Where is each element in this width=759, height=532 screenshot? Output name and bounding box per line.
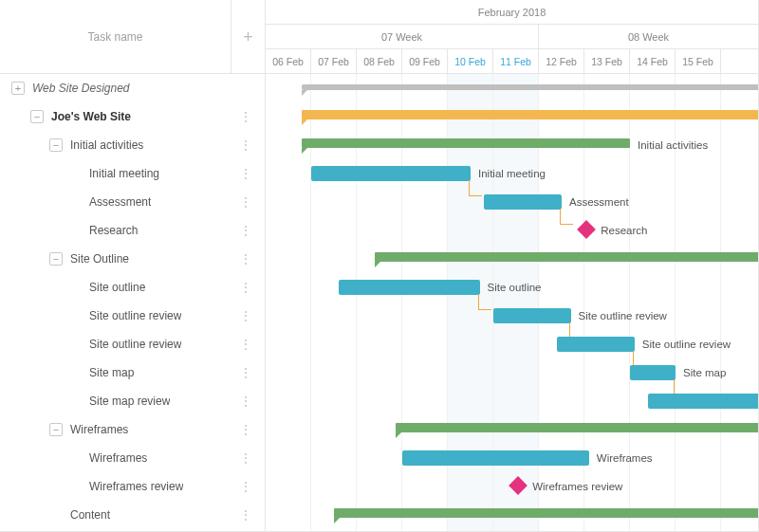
gantt-chart: Task name + +Web Site Designed−Joe's Web… bbox=[0, 0, 759, 532]
bar-row bbox=[266, 74, 758, 102]
day-cell[interactable]: 10 Feb bbox=[448, 49, 493, 74]
task-bar[interactable] bbox=[648, 394, 759, 409]
week-row: 07 Week08 Week bbox=[266, 25, 758, 49]
task-bar[interactable] bbox=[630, 365, 676, 380]
day-cell[interactable]: 13 Feb bbox=[584, 49, 630, 74]
bar-row: Site map bbox=[266, 358, 758, 387]
task-label: Site Outline bbox=[70, 252, 129, 266]
row-menu-icon[interactable]: ⋮ bbox=[231, 138, 259, 153]
summary-bar[interactable] bbox=[396, 423, 759, 432]
bar-row bbox=[266, 245, 758, 273]
task-row[interactable]: Wireframes review⋮ bbox=[0, 472, 265, 501]
task-row[interactable]: Site map review⋮ bbox=[0, 387, 265, 415]
day-cell[interactable]: 11 Feb bbox=[493, 49, 539, 74]
task-rows: +Web Site Designed−Joe's Web Site⋮−Initi… bbox=[0, 74, 265, 531]
month-label: February 2018 bbox=[266, 0, 758, 25]
bar-label: Site outline review bbox=[642, 337, 731, 352]
week-cell: 07 Week bbox=[266, 25, 539, 48]
task-row[interactable]: Wireframes⋮ bbox=[0, 444, 265, 472]
row-menu-icon[interactable]: ⋮ bbox=[231, 365, 259, 380]
bar-row: Site outline review bbox=[266, 330, 758, 358]
task-label: Joe's Web Site bbox=[51, 110, 131, 123]
milestone-marker[interactable] bbox=[509, 476, 528, 495]
bar-label: Initial meeting bbox=[478, 166, 546, 181]
collapse-icon[interactable]: − bbox=[30, 110, 44, 123]
task-label: Site outline review bbox=[89, 338, 181, 351]
task-row[interactable]: Site outline⋮ bbox=[0, 273, 265, 302]
row-menu-icon[interactable]: ⋮ bbox=[231, 166, 259, 181]
expand-icon[interactable]: + bbox=[11, 82, 25, 95]
day-cell[interactable]: 14 Feb bbox=[630, 49, 676, 74]
bar-row: Wireframes review bbox=[266, 472, 758, 501]
task-label: Wireframes review bbox=[89, 480, 183, 493]
summary-bar[interactable] bbox=[375, 252, 759, 262]
bar-label: Assessment bbox=[569, 194, 629, 210]
task-row[interactable]: −Initial activities⋮ bbox=[0, 131, 265, 159]
task-label: Site map review bbox=[89, 394, 170, 408]
bar-row: Site outline review bbox=[266, 302, 758, 330]
row-menu-icon[interactable]: ⋮ bbox=[231, 507, 259, 523]
bar-label: Wireframes bbox=[597, 450, 653, 466]
task-bar[interactable] bbox=[557, 337, 635, 352]
row-menu-icon[interactable]: ⋮ bbox=[231, 109, 259, 124]
project-summary-bar[interactable] bbox=[302, 84, 759, 90]
day-cell[interactable]: 15 Feb bbox=[676, 49, 721, 74]
task-row[interactable]: +Web Site Designed bbox=[0, 74, 265, 102]
summary-bar[interactable] bbox=[302, 110, 759, 119]
task-bar[interactable] bbox=[484, 194, 562, 210]
task-label: Wireframes bbox=[70, 423, 128, 436]
task-bar[interactable] bbox=[402, 450, 589, 466]
bar-label: Site map bbox=[683, 365, 726, 380]
task-row[interactable]: Content⋮ bbox=[0, 501, 265, 529]
collapse-icon[interactable]: − bbox=[49, 252, 63, 266]
row-menu-icon[interactable]: ⋮ bbox=[231, 479, 259, 494]
row-menu-icon[interactable]: ⋮ bbox=[231, 337, 259, 352]
task-label: Research bbox=[89, 224, 138, 237]
collapse-icon[interactable]: − bbox=[49, 423, 63, 436]
task-row[interactable]: Research⋮ bbox=[0, 216, 265, 245]
row-menu-icon[interactable]: ⋮ bbox=[231, 280, 259, 295]
day-cell[interactable]: 09 Feb bbox=[402, 49, 448, 74]
bar-row bbox=[266, 415, 758, 444]
row-menu-icon[interactable]: ⋮ bbox=[231, 194, 259, 210]
bar-row: Initial activities bbox=[266, 131, 758, 159]
add-column-button[interactable]: + bbox=[231, 0, 265, 74]
task-bar[interactable] bbox=[339, 280, 480, 295]
row-menu-icon[interactable]: ⋮ bbox=[231, 394, 259, 409]
bar-row: Research bbox=[266, 216, 758, 245]
task-row[interactable]: Initial meeting⋮ bbox=[0, 159, 265, 188]
task-label: Site outline review bbox=[89, 309, 181, 322]
task-row[interactable]: Site outline review⋮ bbox=[0, 302, 265, 330]
bar-label: Site outline bbox=[488, 280, 542, 295]
row-menu-icon[interactable]: ⋮ bbox=[231, 223, 259, 238]
day-row: 06 Feb07 Feb08 Feb09 Feb10 Feb11 Feb12 F… bbox=[266, 49, 758, 74]
row-menu-icon[interactable]: ⋮ bbox=[231, 422, 259, 437]
task-label: Assessment bbox=[89, 195, 151, 209]
bar-row: Assessment bbox=[266, 188, 758, 216]
row-menu-icon[interactable]: ⋮ bbox=[231, 450, 259, 466]
task-row[interactable]: Site outline review⋮ bbox=[0, 330, 265, 358]
summary-bar[interactable] bbox=[334, 508, 759, 518]
day-cell[interactable]: 06 Feb bbox=[266, 49, 311, 74]
task-row[interactable]: −Joe's Web Site⋮ bbox=[0, 102, 265, 131]
row-menu-icon[interactable]: ⋮ bbox=[231, 251, 259, 266]
task-row[interactable]: −Wireframes⋮ bbox=[0, 415, 265, 444]
task-bar[interactable] bbox=[493, 308, 571, 323]
timeline-header: February 2018 07 Week08 Week 06 Feb07 Fe… bbox=[266, 0, 758, 74]
task-row[interactable]: −Site Outline⋮ bbox=[0, 245, 265, 273]
day-cell[interactable]: 07 Feb bbox=[311, 49, 357, 74]
task-bar[interactable] bbox=[311, 166, 471, 181]
day-cell[interactable]: 12 Feb bbox=[539, 49, 584, 74]
collapse-icon[interactable]: − bbox=[49, 138, 63, 152]
bar-label: Research bbox=[601, 223, 647, 238]
bar-row: Site outline bbox=[266, 273, 758, 302]
bar-label: Site outline review bbox=[579, 308, 667, 323]
task-row[interactable]: Assessment⋮ bbox=[0, 188, 265, 216]
summary-bar[interactable] bbox=[302, 138, 630, 148]
day-cell[interactable]: 08 Feb bbox=[357, 49, 402, 74]
bar-row: Initial meeting bbox=[266, 159, 758, 188]
milestone-marker[interactable] bbox=[577, 220, 596, 239]
task-row[interactable]: Site map⋮ bbox=[0, 358, 265, 387]
bar-row bbox=[266, 387, 758, 415]
row-menu-icon[interactable]: ⋮ bbox=[231, 308, 259, 323]
